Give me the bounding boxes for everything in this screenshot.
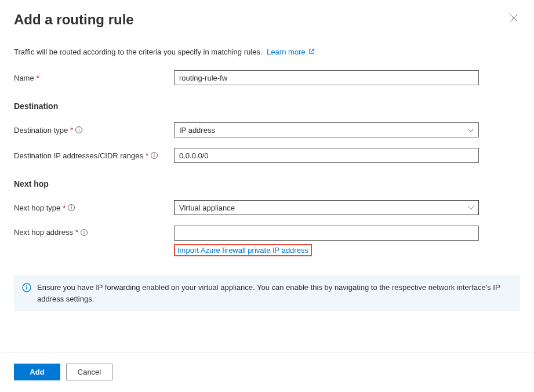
- destination-type-row: Destination type * i IP address: [14, 122, 520, 137]
- destination-type-select[interactable]: IP address: [174, 122, 479, 137]
- name-label: Name *: [14, 74, 174, 82]
- destination-type-label: Destination type * i: [14, 126, 174, 135]
- next-hop-address-label: Next hop address * i: [14, 226, 174, 237]
- close-button[interactable]: [507, 12, 520, 26]
- destination-ip-row: Destination IP addresses/CIDR ranges * i: [14, 148, 520, 163]
- info-callout-icon: [22, 283, 31, 294]
- learn-more-link[interactable]: Learn more: [267, 48, 315, 56]
- destination-heading: Destination: [14, 101, 520, 111]
- panel-header: Add a routing rule: [14, 12, 520, 28]
- name-row: Name *: [14, 70, 520, 85]
- next-hop-heading: Next hop: [14, 179, 520, 188]
- add-button[interactable]: Add: [14, 364, 60, 380]
- svg-point-3: [26, 285, 27, 286]
- required-indicator: *: [75, 228, 78, 237]
- callout-text: Ensure you have IP forwarding enabled on…: [37, 282, 512, 304]
- svg-rect-4: [26, 287, 27, 290]
- info-icon[interactable]: i: [151, 152, 158, 159]
- add-routing-rule-panel: Add a routing rule Traffic will be route…: [0, 0, 534, 392]
- required-indicator: *: [37, 74, 39, 82]
- required-indicator: *: [63, 204, 66, 212]
- destination-ip-label: Destination IP addresses/CIDR ranges * i: [14, 151, 174, 160]
- next-hop-type-row: Next hop type * i Virtual appliance: [14, 200, 520, 215]
- cancel-button[interactable]: Cancel: [66, 364, 112, 380]
- close-icon: [510, 14, 518, 24]
- info-callout: Ensure you have IP forwarding enabled on…: [14, 275, 520, 311]
- external-link-icon: [308, 48, 315, 56]
- required-indicator: *: [146, 151, 148, 160]
- destination-ip-input[interactable]: [174, 148, 479, 163]
- import-firewall-ip-link[interactable]: Import Azure firewall private IP address: [174, 244, 312, 256]
- intro-text: Traffic will be routed according to the …: [14, 48, 520, 56]
- info-icon[interactable]: i: [68, 204, 75, 211]
- next-hop-address-row: Next hop address * i Import Azure firewa…: [14, 226, 520, 256]
- info-icon[interactable]: i: [81, 229, 88, 236]
- panel-title: Add a routing rule: [14, 12, 134, 28]
- required-indicator: *: [70, 126, 73, 135]
- name-input[interactable]: [174, 70, 479, 85]
- info-icon[interactable]: i: [75, 126, 82, 133]
- next-hop-type-select[interactable]: Virtual appliance: [174, 200, 479, 215]
- next-hop-address-input[interactable]: [174, 226, 479, 241]
- panel-footer: Add Cancel: [0, 353, 534, 380]
- next-hop-type-label: Next hop type * i: [14, 204, 174, 212]
